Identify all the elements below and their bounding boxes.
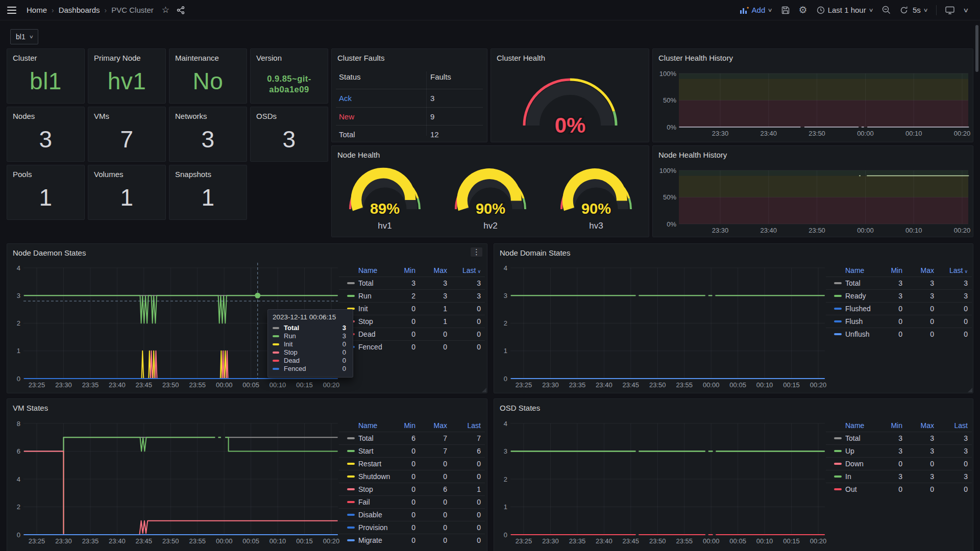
scrollbar-thumb[interactable] bbox=[975, 25, 978, 72]
time-range-picker[interactable]: Last 1 hour ∨ bbox=[817, 6, 873, 14]
legend-row[interactable]: Stop061 bbox=[339, 483, 485, 495]
legend-row[interactable]: Shutdown000 bbox=[339, 470, 485, 483]
legend-row[interactable]: Stop010 bbox=[339, 315, 485, 328]
legend-col-last[interactable]: Last bbox=[450, 419, 481, 432]
add-button[interactable]: Add ∨ bbox=[740, 6, 772, 14]
refresh-interval-picker[interactable]: 5s ∨ bbox=[913, 6, 927, 14]
breadcrumb-home[interactable]: Home bbox=[27, 6, 47, 14]
svg-text:23:40: 23:40 bbox=[109, 381, 126, 389]
refresh-button[interactable] bbox=[900, 6, 908, 14]
legend-col-max[interactable]: Max bbox=[903, 419, 934, 432]
legend-value: 0 bbox=[450, 315, 481, 328]
legend-row[interactable]: Total333 bbox=[339, 277, 485, 289]
legend-value: 6 bbox=[416, 483, 447, 495]
panel-title: Node Health bbox=[337, 151, 380, 159]
legend-col-max[interactable]: Max bbox=[416, 419, 447, 432]
legend-row[interactable]: Total333 bbox=[826, 277, 972, 289]
faults-col-status[interactable]: Status bbox=[339, 72, 361, 81]
osd-states-panel[interactable]: OSD States 0123423:2523:3023:3523:4023:4… bbox=[494, 398, 973, 551]
legend-col-max[interactable]: Max bbox=[416, 264, 447, 277]
cluster-variable-dropdown[interactable]: bl1 ∨ bbox=[10, 29, 38, 44]
legend-row[interactable]: Flushed000 bbox=[826, 302, 972, 315]
legend-value: 3 bbox=[903, 277, 934, 289]
node-daemon-states-panel[interactable]: Node Daemon States ⋮ 2023-12-11 00:06:15… bbox=[7, 243, 487, 393]
legend-row[interactable]: Flush000 bbox=[826, 315, 972, 328]
stat-panel-pools: Pools 1 bbox=[7, 165, 85, 220]
legend-row[interactable]: In333 bbox=[826, 470, 972, 483]
svg-text:6: 6 bbox=[17, 447, 20, 455]
dashboard-settings-button[interactable]: ⚙ bbox=[799, 5, 807, 15]
legend-header: NameMinMaxLast bbox=[339, 419, 485, 432]
panel-resize-handle[interactable] bbox=[968, 388, 972, 392]
nav-more-button[interactable]: ∨ bbox=[964, 7, 968, 14]
fault-status[interactable]: New bbox=[339, 112, 354, 121]
legend-col-max[interactable]: Max bbox=[903, 264, 934, 277]
legend-value: 0 bbox=[450, 341, 481, 353]
legend-row[interactable]: Fail000 bbox=[339, 495, 485, 508]
vm-states-panel[interactable]: VM States 0246823:2523:3023:3523:4023:45… bbox=[7, 398, 487, 551]
svg-text:23:35: 23:35 bbox=[82, 381, 99, 389]
svg-text:23:50: 23:50 bbox=[162, 381, 179, 389]
legend-value: 0 bbox=[416, 341, 447, 353]
legend-col-last[interactable]: Last bbox=[937, 419, 968, 432]
legend-row[interactable]: Start076 bbox=[339, 444, 485, 457]
legend-table: NameMinMaxLastTotal333Up333Down000In333O… bbox=[826, 419, 972, 495]
svg-text:23:25: 23:25 bbox=[516, 537, 532, 545]
legend-row[interactable]: Init010 bbox=[339, 302, 485, 315]
node-domain-states-panel[interactable]: Node Domain States 0123423:2523:3023:352… bbox=[494, 243, 973, 393]
series-color-swatch bbox=[273, 343, 279, 345]
legend-col-last[interactable]: Last∨ bbox=[937, 264, 968, 278]
share-icon[interactable] bbox=[177, 6, 185, 14]
fault-status[interactable]: Ack bbox=[339, 94, 352, 103]
legend-col-name[interactable]: Name bbox=[845, 264, 864, 277]
save-dashboard-button[interactable] bbox=[781, 6, 790, 14]
legend-col-min[interactable]: Min bbox=[872, 419, 902, 432]
panel-title: Node Domain States bbox=[500, 248, 570, 257]
kiosk-mode-button[interactable] bbox=[945, 6, 954, 14]
legend-row[interactable]: Migrate000 bbox=[339, 534, 485, 546]
series-color-swatch bbox=[834, 450, 842, 452]
panel-resize-handle[interactable] bbox=[482, 388, 486, 392]
breadcrumb-dashboards[interactable]: Dashboards bbox=[59, 6, 100, 14]
tooltip-row: Stop0 bbox=[273, 348, 348, 357]
legend-value: 0 bbox=[903, 458, 934, 470]
legend-row[interactable]: Fenced000 bbox=[339, 340, 485, 353]
legend-value: 3 bbox=[937, 290, 968, 302]
stat-panel-vms: VMs 7 bbox=[88, 107, 166, 162]
faults-col-faults[interactable]: Faults bbox=[430, 72, 451, 81]
svg-text:23:25: 23:25 bbox=[29, 537, 45, 545]
legend-col-min[interactable]: Min bbox=[872, 264, 902, 277]
legend-row[interactable]: Total677 bbox=[339, 432, 485, 444]
save-icon bbox=[781, 6, 790, 14]
legend-row[interactable]: Ready333 bbox=[826, 289, 972, 302]
legend-col-min[interactable]: Min bbox=[385, 264, 415, 277]
legend-value: 0 bbox=[450, 303, 481, 315]
tooltip-row: Run3 bbox=[273, 332, 348, 340]
fault-row: New9 bbox=[336, 107, 483, 126]
cluster-health-history-panel[interactable]: Cluster Health History 0%50%100%23:3023:… bbox=[652, 48, 973, 142]
zoom-out-button[interactable] bbox=[882, 6, 891, 14]
legend-col-name[interactable]: Name bbox=[358, 419, 377, 432]
legend-row[interactable]: Down000 bbox=[826, 457, 972, 470]
star-icon[interactable]: ☆ bbox=[162, 5, 169, 15]
legend-row[interactable]: Provision000 bbox=[339, 521, 485, 534]
legend-col-last[interactable]: Last∨ bbox=[450, 264, 481, 278]
legend-row[interactable]: Up333 bbox=[826, 444, 972, 457]
legend-col-name[interactable]: Name bbox=[358, 264, 377, 277]
series-color-swatch bbox=[834, 333, 842, 335]
legend-col-name[interactable]: Name bbox=[845, 419, 864, 432]
legend-row[interactable]: Dead000 bbox=[339, 328, 485, 340]
legend-row[interactable]: Restart000 bbox=[339, 457, 485, 470]
legend-row[interactable]: Total333 bbox=[826, 432, 972, 444]
legend-row[interactable]: Out000 bbox=[826, 483, 972, 495]
legend-value: 0 bbox=[385, 445, 415, 457]
panel-menu-icon[interactable]: ⋮ bbox=[471, 247, 482, 257]
legend-row[interactable]: Disable000 bbox=[339, 508, 485, 521]
node-health-history-panel[interactable]: Node Health History 0%50%100%23:3023:402… bbox=[652, 145, 973, 237]
legend-row[interactable]: Unflush000 bbox=[826, 328, 972, 340]
legend-row[interactable]: Run233 bbox=[339, 289, 485, 302]
node-health-name: hv1 bbox=[378, 221, 391, 231]
legend-col-min[interactable]: Min bbox=[385, 419, 415, 432]
menu-icon[interactable] bbox=[7, 7, 16, 14]
panel-title: Cluster Health History bbox=[658, 54, 733, 62]
